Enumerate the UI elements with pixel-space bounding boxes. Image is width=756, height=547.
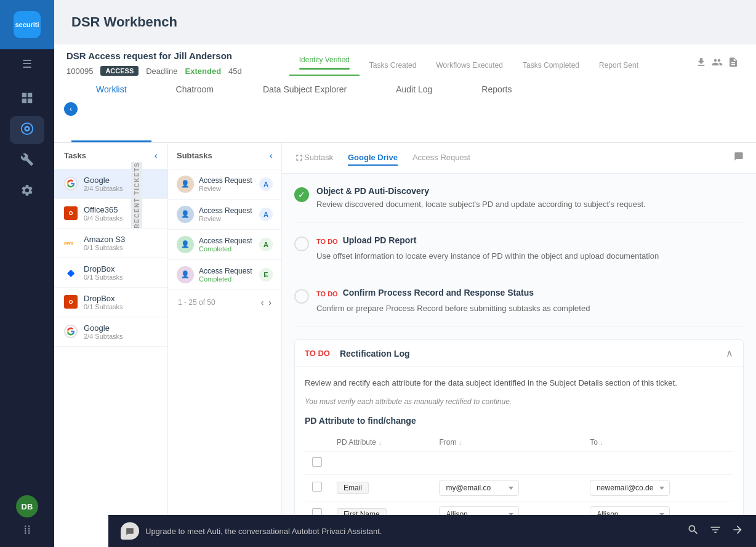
sidebar-item-tools[interactable] bbox=[10, 147, 44, 175]
recent-tickets-label: RECENT TICKETS bbox=[134, 162, 140, 229]
task-name: DropBox bbox=[84, 294, 158, 303]
deadline-label: Deadline bbox=[146, 67, 177, 76]
sidebar-item-analytics[interactable] bbox=[10, 116, 44, 144]
subtasks-back-arrow[interactable]: ‹ bbox=[270, 150, 273, 161]
progress-tab-tasks-completed[interactable]: Tasks Completed bbox=[513, 56, 589, 76]
pagination-prev[interactable]: ‹ bbox=[261, 298, 264, 307]
ticket-meta: 100095 ACCESS Deadline Extended 45d bbox=[66, 66, 242, 76]
progress-tab-report-sent[interactable]: Report Sent bbox=[589, 56, 648, 76]
pd-attribute-email: Email bbox=[337, 482, 369, 494]
detail-tab-subtask[interactable]: Subtask bbox=[304, 150, 333, 166]
subtask-badge-4: E bbox=[259, 268, 273, 282]
tab-reports[interactable]: Reports bbox=[457, 76, 536, 142]
subtask-detail-info-2: TO DO Upload PD Report Use offset inform… bbox=[316, 235, 744, 262]
tab-data-subject-explorer[interactable]: Data Subject Explorer bbox=[238, 76, 371, 142]
bottom-actions bbox=[687, 524, 744, 539]
subtask-detail-3: TO DO Confirm Process Record and Respons… bbox=[294, 288, 744, 328]
task-item-google2[interactable]: Google 2/4 Subtasks bbox=[54, 317, 167, 347]
progress-tab-identity-verified[interactable]: Identity Verified bbox=[289, 51, 360, 76]
to-email-select[interactable]: newemail@co.de bbox=[590, 480, 670, 496]
google-logo2 bbox=[64, 325, 78, 338]
ticket-header-row: DSR Access request for Jill Anderson 100… bbox=[66, 51, 744, 76]
rectification-note: You must verify each attribute as manual… bbox=[305, 397, 733, 406]
progress-tab-workflows[interactable]: Workflows Executed bbox=[426, 56, 513, 76]
task-item-google1[interactable]: Google 2/4 Subtasks bbox=[54, 169, 167, 199]
tab-chatroom[interactable]: Chatroom bbox=[151, 76, 238, 142]
bottom-bar: Upgrade to meet Auti, the conversational… bbox=[108, 515, 756, 547]
progress-tab-tasks-created[interactable]: Tasks Created bbox=[360, 56, 427, 76]
dropbox-logo2: O bbox=[64, 295, 78, 309]
apps-icon[interactable]: ⁞⁞ bbox=[23, 522, 31, 537]
row0-checkbox[interactable] bbox=[312, 457, 322, 467]
ticket-area: DSR Access request for Jill Anderson 100… bbox=[54, 44, 756, 76]
expand-icon-area[interactable] bbox=[294, 153, 304, 163]
sidebar: securiti ☰ DB ⁞⁞ bbox=[0, 0, 54, 547]
ticket-left-info: DSR Access request for Jill Anderson 100… bbox=[66, 51, 242, 76]
tab-audit-log[interactable]: Audit Log bbox=[371, 76, 457, 142]
tab-worklist[interactable]: Worklist bbox=[71, 76, 151, 142]
collapse-arrow-icon[interactable]: ∧ bbox=[726, 347, 733, 359]
task-item-dropbox2[interactable]: O DropBox 0/1 Subtasks bbox=[54, 288, 167, 317]
th-from: From ↓ bbox=[432, 433, 582, 452]
chat-bubble-icon bbox=[121, 522, 139, 540]
task-name: Amazon S3 bbox=[84, 235, 158, 244]
settings-icon bbox=[20, 184, 34, 200]
note-icon[interactable] bbox=[728, 57, 739, 70]
app-logo: securiti bbox=[0, 0, 54, 49]
task-item-amazons3[interactable]: aws Amazon S3 0/1 Subtasks bbox=[54, 229, 167, 258]
search-icon[interactable] bbox=[687, 524, 699, 539]
dropbox-logo: ◆ bbox=[64, 267, 78, 278]
avatar[interactable]: DB bbox=[16, 495, 38, 517]
download-icon[interactable] bbox=[696, 57, 707, 70]
users-icon[interactable] bbox=[712, 57, 723, 70]
rectification-header[interactable]: TO DO Rectification Log ∧ bbox=[294, 339, 744, 367]
task-item-office365[interactable]: O Office365 0/4 Subtasks bbox=[54, 199, 167, 229]
from-email-select[interactable]: my@email.co bbox=[439, 480, 519, 496]
arrow-icon[interactable] bbox=[731, 524, 744, 539]
hamburger-icon: ☰ bbox=[22, 57, 32, 71]
task-subtasks: 0/4 Subtasks bbox=[84, 214, 158, 222]
ticket-title: DSR Access request for Jill Anderson bbox=[66, 51, 242, 61]
pd-section-title: PD Attribute to find/change bbox=[305, 416, 733, 426]
logo-box: securiti bbox=[14, 11, 41, 38]
dashboard-icon bbox=[20, 91, 34, 108]
subtask-item-1[interactable]: 👤 Access Request Review A bbox=[168, 169, 281, 200]
task-info-google1: Google 2/4 Subtasks bbox=[84, 176, 158, 192]
subtask-detail-title-1: Object & PD Auti-Discovery bbox=[316, 186, 744, 196]
detail-tab-google-drive[interactable]: Google Drive bbox=[348, 150, 398, 166]
row1-checkbox[interactable] bbox=[312, 482, 322, 492]
extended-days: 45d bbox=[228, 67, 242, 76]
extended-label: Extended bbox=[185, 67, 222, 76]
upgrade-text: Upgrade to meet Auti, the conversational… bbox=[145, 527, 382, 536]
table-row-empty bbox=[305, 452, 733, 474]
recent-tickets-panel[interactable]: RECENT TICKETS bbox=[131, 162, 142, 229]
subtask-item-4[interactable]: 👤 Access Request Completed E bbox=[168, 260, 281, 290]
filter-icon[interactable] bbox=[709, 524, 722, 539]
task-info-dropbox2: DropBox 0/1 Subtasks bbox=[84, 294, 158, 310]
svg-point-2 bbox=[26, 128, 28, 130]
task-name: Google bbox=[84, 176, 158, 185]
tools-icon bbox=[20, 153, 34, 169]
task-subtasks: 0/1 Subtasks bbox=[84, 303, 158, 310]
detail-tab-access-request[interactable]: Access Request bbox=[412, 150, 470, 166]
subtask-avatar-3: 👤 bbox=[177, 236, 194, 253]
comment-icon-area[interactable] bbox=[734, 152, 744, 164]
task-info-dropbox1: DropBox 0/1 Subtasks bbox=[84, 264, 158, 281]
header: DSR Workbench bbox=[54, 0, 756, 44]
tasks-column: Tasks ‹ Google 2/4 Subtasks O bbox=[54, 143, 168, 547]
tasks-back-arrow[interactable]: ‹ bbox=[155, 150, 158, 161]
rectification-title: Rectification Log bbox=[340, 349, 410, 359]
collapse-button[interactable]: ‹ bbox=[64, 102, 78, 116]
sidebar-item-settings[interactable] bbox=[10, 177, 44, 206]
task-item-dropbox1[interactable]: ◆ DropBox 0/1 Subtasks bbox=[54, 258, 167, 288]
rectification-body-text: Review and rectify each attribute for th… bbox=[305, 377, 733, 390]
pagination-next[interactable]: › bbox=[268, 298, 271, 307]
subtask-avatar-2: 👤 bbox=[177, 206, 194, 223]
rectification-todo-label: TO DO bbox=[305, 349, 330, 358]
sidebar-item-dashboard[interactable] bbox=[10, 85, 44, 113]
subtask-item-2[interactable]: 👤 Access Request Review A bbox=[168, 200, 281, 230]
subtask-item-3[interactable]: 👤 Access Request Completed A bbox=[168, 230, 281, 260]
subtasks-col-header: Subtasks bbox=[177, 151, 212, 160]
task-name: DropBox bbox=[84, 264, 158, 274]
menu-toggle[interactable]: ☰ bbox=[0, 49, 54, 79]
